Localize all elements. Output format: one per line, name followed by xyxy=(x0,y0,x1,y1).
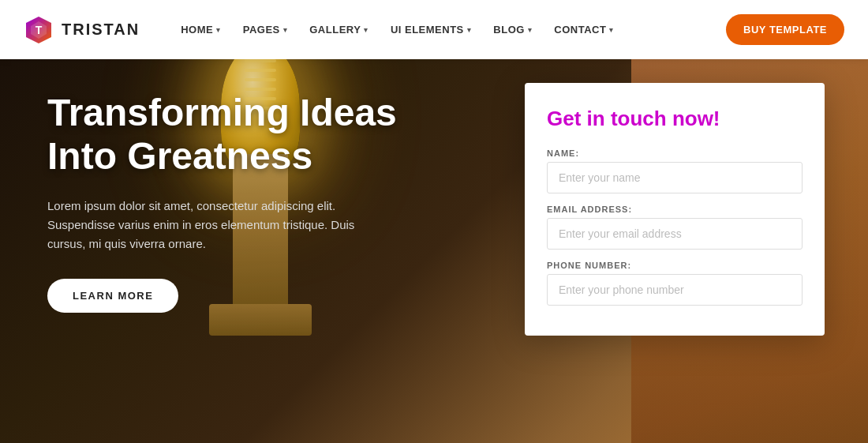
form-group-name: NAME: xyxy=(547,148,803,193)
hero-section: Transforming Ideas Into Greatness Lorem … xyxy=(0,59,868,443)
nav-item-ui-elements[interactable]: UI ELEMENTS ▾ xyxy=(381,17,481,42)
buy-template-button[interactable]: BUY TEMPLATE xyxy=(726,14,844,45)
hero-description: Lorem ipsum dolor sit amet, consectetur … xyxy=(47,197,387,253)
svg-text:T: T xyxy=(36,24,43,36)
name-input[interactable] xyxy=(547,162,803,193)
chevron-down-icon: ▾ xyxy=(283,26,288,34)
logo-icon: T xyxy=(24,15,54,45)
form-title: Get in touch now! xyxy=(547,107,803,131)
contact-form-card: Get in touch now! NAME: EMAIL ADDRESS: P… xyxy=(525,83,825,336)
hero-title: Transforming Ideas Into Greatness xyxy=(47,91,426,178)
chevron-down-icon: ▾ xyxy=(528,26,533,34)
email-input[interactable] xyxy=(547,218,803,250)
nav-links: HOME ▾ PAGES ▾ GALLERY ▾ UI ELEMENTS ▾ B… xyxy=(171,14,844,45)
chevron-down-icon: ▾ xyxy=(364,26,369,34)
nav-item-blog[interactable]: BLOG ▾ xyxy=(484,17,541,42)
nav-item-contact[interactable]: CONTACT ▾ xyxy=(544,17,623,42)
phone-input[interactable] xyxy=(547,274,803,306)
learn-more-button[interactable]: LEARN MORE xyxy=(47,279,178,313)
nav-item-pages[interactable]: PAGES ▾ xyxy=(234,17,297,42)
chevron-down-icon: ▾ xyxy=(216,26,221,34)
email-label: EMAIL ADDRESS: xyxy=(547,205,803,214)
navbar: T TRISTAN HOME ▾ PAGES ▾ GALLERY ▾ UI EL… xyxy=(0,0,868,59)
name-label: NAME: xyxy=(547,148,803,158)
nav-item-gallery[interactable]: GALLERY ▾ xyxy=(300,17,378,42)
chevron-down-icon: ▾ xyxy=(467,26,472,34)
form-group-phone: PHONE NUMBER: xyxy=(547,261,803,306)
chevron-down-icon: ▾ xyxy=(609,26,614,34)
logo[interactable]: T TRISTAN xyxy=(24,15,140,45)
form-group-email: EMAIL ADDRESS: xyxy=(547,205,803,250)
nav-item-home[interactable]: HOME ▾ xyxy=(171,17,230,42)
hero-content: Transforming Ideas Into Greatness Lorem … xyxy=(47,91,426,313)
logo-text: TRISTAN xyxy=(62,21,140,39)
phone-label: PHONE NUMBER: xyxy=(547,261,803,270)
